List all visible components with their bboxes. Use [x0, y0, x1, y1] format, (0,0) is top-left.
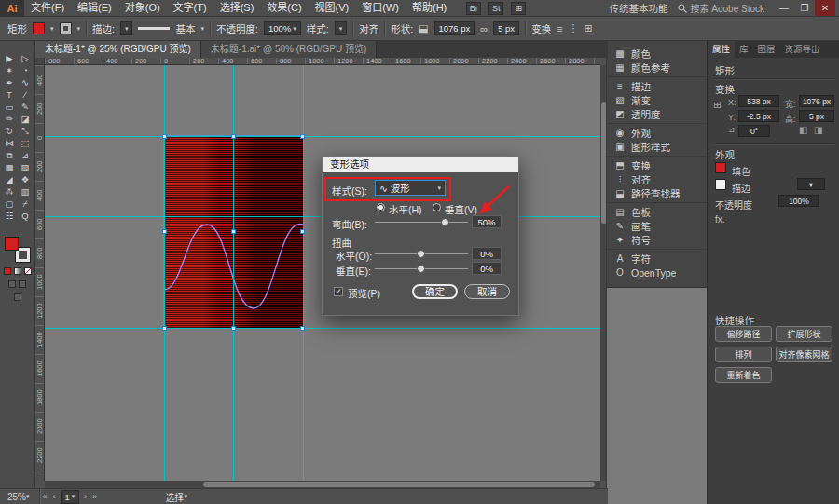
paintbrush-tool[interactable]: ✎: [18, 101, 34, 113]
stock-icon[interactable]: St: [488, 2, 503, 15]
pen-tool[interactable]: ✒: [2, 76, 18, 89]
menu-item-7[interactable]: 窗口(W): [355, 0, 406, 16]
properties-tab-properties[interactable]: 属性: [708, 41, 735, 58]
style-dropdown[interactable]: ▾: [335, 21, 348, 35]
shape-width-field[interactable]: 1076 px: [434, 21, 475, 35]
panel-align[interactable]: ⫶对齐: [607, 172, 707, 186]
rectangle-tool[interactable]: ▭: [2, 101, 18, 113]
menu-item-0[interactable]: 文件(F): [24, 0, 71, 16]
pencil-tool[interactable]: ✏: [2, 113, 18, 125]
zoom-tool[interactable]: Q: [18, 210, 34, 222]
preview-checkbox[interactable]: ✓: [334, 287, 343, 296]
x-field[interactable]: 538 px: [738, 95, 779, 107]
panel-appearance[interactable]: ◉外观: [607, 126, 707, 140]
menu-item-1[interactable]: 编辑(E): [71, 0, 118, 16]
panel-gradient[interactable]: ▧渐变: [607, 93, 707, 107]
horizontal-scrollbar-thumb[interactable]: [203, 482, 595, 487]
symbol-sprayer-tool[interactable]: ⁂: [2, 185, 18, 198]
ruler-origin-corner[interactable]: [35, 58, 45, 65]
minimize-button[interactable]: —: [774, 0, 794, 16]
close-button[interactable]: ✕: [815, 0, 835, 16]
search-box[interactable]: 搜索 Adobe Stock: [678, 1, 764, 15]
fill-swatch[interactable]: [33, 22, 45, 34]
horizontal-distort-handle[interactable]: [417, 250, 425, 258]
zoom-level[interactable]: 25%: [7, 492, 26, 502]
rotate-angle-field[interactable]: 0°: [738, 125, 770, 137]
selection-handle[interactable]: [162, 229, 167, 234]
perspective-grid-tool[interactable]: ⊿: [18, 149, 34, 161]
app-logo-icon[interactable]: Ai: [0, 0, 24, 17]
panel-color[interactable]: ▩颜色: [607, 47, 707, 61]
transform-button[interactable]: 变换: [531, 21, 551, 35]
eraser-tool[interactable]: ◪: [18, 113, 34, 125]
panel-opentype[interactable]: OOpenType: [607, 266, 707, 279]
menu-item-5[interactable]: 效果(C): [260, 0, 308, 16]
magic-wand-tool[interactable]: ✶: [2, 64, 18, 76]
type-tool[interactable]: T: [2, 89, 18, 101]
align-button[interactable]: 对齐: [359, 21, 378, 35]
bend-slider-track[interactable]: [375, 222, 468, 223]
ok-button[interactable]: 确定: [412, 284, 458, 299]
vertical-radio[interactable]: [433, 203, 441, 211]
hand-tool[interactable]: ☷: [2, 210, 18, 222]
fx-button[interactable]: fx.: [715, 214, 725, 225]
distribute-objects-icon[interactable]: ⋮: [569, 22, 579, 34]
properties-tab-asset-export[interactable]: 资源导出: [780, 41, 825, 58]
vertical-distort-slider[interactable]: [375, 263, 468, 274]
eyedropper-tool[interactable]: ◢: [2, 173, 18, 185]
blend-tool[interactable]: ❖: [18, 173, 34, 185]
shape-height-field[interactable]: 5 px: [493, 21, 519, 35]
restore-button[interactable]: ❐: [794, 0, 815, 16]
quick-action-button-1[interactable]: 扩展形状: [776, 326, 832, 342]
draw-normal-button[interactable]: [8, 280, 16, 288]
align-objects-icon[interactable]: ≡: [557, 23, 562, 34]
flip-horizontal-icon[interactable]: ◧: [799, 125, 807, 135]
opacity-dropdown[interactable]: 100%▾: [264, 21, 301, 35]
selection-handle[interactable]: [300, 326, 305, 331]
column-graph-tool[interactable]: ▥: [18, 185, 34, 198]
line-segment-tool[interactable]: ∕: [18, 89, 34, 101]
brush-definition-dropdown[interactable]: 基本: [175, 21, 195, 35]
vertical-distort-value-field[interactable]: 0%: [472, 262, 502, 275]
current-tool-status[interactable]: 选择: [165, 490, 184, 504]
menu-item-2[interactable]: 对象(O): [118, 0, 167, 16]
bend-slider[interactable]: [375, 216, 468, 227]
none-button[interactable]: [24, 267, 32, 275]
properties-tab-libraries[interactable]: 库: [735, 41, 753, 58]
horizontal-radio[interactable]: [377, 203, 385, 211]
artboard-number-field[interactable]: 1▾: [61, 490, 80, 504]
horizontal-ruler[interactable]: 8006004002000200400600800100012001400160…: [45, 58, 600, 65]
panel-symbols[interactable]: ✦符号: [607, 233, 707, 247]
menu-item-8[interactable]: 帮助(H): [406, 0, 453, 16]
artboard-tool[interactable]: ▢: [2, 198, 18, 210]
width-tool[interactable]: ⋈: [2, 137, 18, 149]
direct-selection-tool[interactable]: ▷: [18, 52, 34, 64]
quick-action-button-3[interactable]: 对齐像素网格: [776, 347, 832, 362]
cancel-button[interactable]: 取消: [464, 284, 510, 299]
selection-handle[interactable]: [300, 229, 305, 234]
rotate-tool[interactable]: ↻: [2, 125, 18, 137]
menu-item-6[interactable]: 视图(V): [309, 0, 356, 16]
properties-tab-layers[interactable]: 图层: [753, 41, 780, 58]
selection-handle[interactable]: [300, 134, 305, 139]
toolbar-fill-swatch[interactable]: [5, 237, 19, 251]
screen-mode-button[interactable]: [14, 293, 21, 301]
panel-color-guide[interactable]: ▦颜色参考: [607, 61, 707, 75]
stroke-weight-dropdown[interactable]: ▾: [797, 178, 825, 190]
tab-untitled-1[interactable]: 未标题-1* @ 25% (RGB/GPU 预览): [35, 41, 201, 58]
curvature-tool[interactable]: ∿: [18, 76, 34, 89]
quick-action-button-4[interactable]: 重新着色: [715, 367, 772, 383]
quick-action-button-0[interactable]: 偏移路径: [715, 326, 772, 342]
reference-point-icon[interactable]: ⊞: [713, 99, 722, 111]
gradient-tool[interactable]: ▧: [18, 161, 34, 173]
height-field[interactable]: 5 px: [799, 110, 834, 122]
selection-handle[interactable]: [231, 229, 236, 234]
panel-character[interactable]: A字符: [607, 252, 707, 266]
horizontal-distort-value-field[interactable]: 0%: [472, 247, 502, 260]
vertical-distort-handle[interactable]: [417, 265, 425, 273]
selection-tool[interactable]: ▶: [2, 52, 18, 64]
scale-tool[interactable]: ⤡: [18, 125, 34, 137]
bend-slider-handle[interactable]: [441, 218, 449, 226]
lasso-tool[interactable]: ◔: [18, 64, 34, 76]
selection-handle[interactable]: [231, 134, 236, 139]
